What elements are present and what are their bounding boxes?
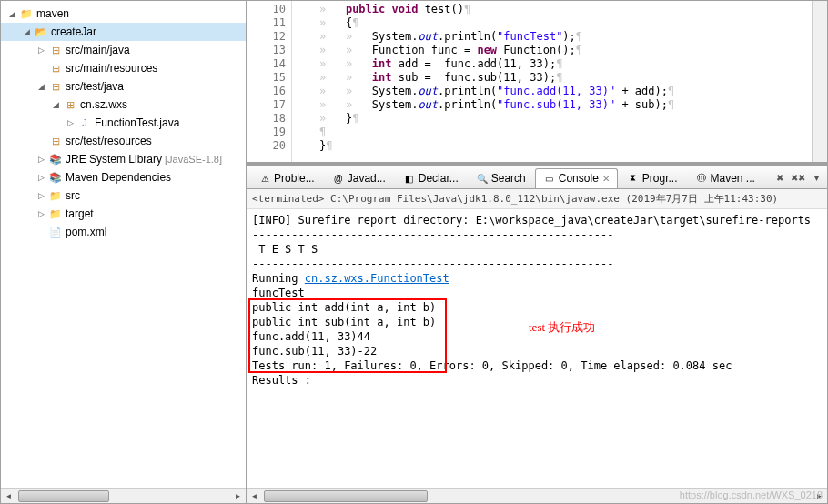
label: src/main/java [66,44,130,56]
expand-icon[interactable]: ◢ [50,99,61,110]
label: pom.xml [66,226,106,238]
expand-icon[interactable]: ◢ [6,8,17,19]
tree-src-test-res[interactable]: ⊞ src/test/resources [1,132,246,150]
close-icon[interactable]: ✕ [602,174,610,184]
xml-file-icon: 📄 [48,225,63,239]
label: Maven Dependencies [66,171,171,184]
label: src/test/resources [66,135,152,147]
tab-console[interactable]: ▭Console✕ [535,168,618,188]
expand-icon[interactable]: ▷ [35,190,46,201]
expand-icon[interactable]: ▷ [65,117,76,128]
label: src [66,189,80,202]
expand-icon[interactable]: ◢ [21,26,32,37]
label: cn.sz.wxs [80,98,127,111]
label: src/main/resources [66,62,157,75]
label: src/test/java [66,80,124,93]
tree-pom[interactable]: 📄 pom.xml [1,223,246,241]
workingset-icon: 📁 [19,6,34,21]
tree-target-folder[interactable]: ▷ 📁 target [1,205,246,223]
editor-vscroll[interactable] [812,1,827,162]
java-file-icon: J [77,116,92,130]
tab-progress[interactable]: ⧗Progr... [619,168,686,188]
tree-maven-deps[interactable]: ▷ 📚 Maven Dependencies [1,168,246,186]
tree-jre[interactable]: ▷ 📚 JRE System Library [JavaSE-1.8] [1,150,246,168]
maven-icon: ⓜ [695,172,708,185]
expand-icon[interactable]: ▷ [35,172,46,183]
label: JRE System Library [66,153,162,166]
sidebar-scrollbar[interactable]: ◄ ► [1,488,246,503]
javadoc-icon: @ [332,172,345,185]
blank [35,227,46,237]
problems-icon: ⚠ [258,172,271,185]
tab-maven[interactable]: ⓜMaven ... [687,168,763,188]
expand-icon[interactable]: ◢ [35,81,46,92]
blank [35,63,46,74]
tab-javadoc[interactable]: @Javad... [324,168,394,188]
tree-src-test-java[interactable]: ◢ ⊞ src/test/java [1,77,246,96]
remove-launch-icon[interactable]: ✖ [772,171,787,186]
source-folder-icon: ⊞ [48,61,63,76]
tab-problems[interactable]: ⚠Proble... [250,168,323,188]
annotation-box [248,298,447,373]
source-folder-icon: ⊞ [48,134,63,148]
tree-src-main-java[interactable]: ▷ ⊞ src/main/java [1,41,246,59]
tab-search[interactable]: 🔍Search [468,168,534,188]
expand-icon[interactable]: ▷ [35,45,46,55]
bottom-panel: ⚠Proble... @Javad... ◧Declar... 🔍Search … [247,165,827,503]
blank [35,136,46,146]
folder-icon: 📁 [48,207,63,221]
label: maven [36,7,69,20]
tree-java-file[interactable]: ▷ J FunctionTest.java [1,114,246,132]
tree-package[interactable]: ◢ ⊞ cn.sz.wxs [1,96,246,114]
declaration-icon: ◧ [403,172,416,185]
label: createJar [51,25,96,38]
scroll-right-icon[interactable]: ► [230,489,246,503]
source-folder-icon: ⊞ [48,79,63,94]
tree-root[interactable]: ◢ 📁 maven [1,5,246,23]
annotation-text: test 执行成功 [529,320,595,335]
source-folder-icon: ⊞ [48,43,63,57]
console-output[interactable]: [INFO] Surefire report directory: E:\wor… [247,209,827,488]
tree-project[interactable]: ◢ 📂 createJar [1,23,246,41]
chevron-down-icon[interactable]: ▾ [809,171,823,186]
code-editor[interactable]: 1011121314151617181920 » public void tes… [247,1,827,165]
library-icon: 📚 [48,152,63,166]
remove-all-icon[interactable]: ✖✖ [791,171,805,186]
scroll-left-icon[interactable]: ◄ [247,489,262,503]
search-icon: 🔍 [476,172,489,185]
project-explorer: ◢ 📁 maven ◢ 📂 createJar ▷ ⊞ src/main/jav… [1,1,247,503]
expand-icon[interactable]: ▷ [35,154,46,165]
package-icon: ⊞ [63,97,77,112]
suffix: [JavaSE-1.8] [165,154,222,165]
console-icon: ▭ [543,172,556,185]
label: FunctionTest.java [95,116,179,129]
code-area[interactable]: » public void test()¶» {¶» » System.out.… [292,1,812,162]
console-toolbar: ✖ ✖✖ ▾ [772,171,823,186]
console-header: <terminated> C:\Program Files\Java\jdk1.… [247,189,827,209]
watermark: https://blog.csdn.net/WXS_0218 [680,489,823,500]
line-numbers: 1011121314151617181920 [247,1,292,162]
tree[interactable]: ◢ 📁 maven ◢ 📂 createJar ▷ ⊞ src/main/jav… [1,1,246,488]
expand-icon[interactable]: ▷ [35,208,46,219]
label: target [66,207,94,220]
view-tabs: ⚠Proble... @Javad... ◧Declar... 🔍Search … [247,166,827,189]
tree-src-main-res[interactable]: ⊞ src/main/resources [1,59,246,77]
tab-declaration[interactable]: ◧Declar... [395,168,467,188]
scroll-left-icon[interactable]: ◄ [1,489,16,503]
folder-icon: 📁 [48,188,63,203]
tree-src-folder[interactable]: ▷ 📁 src [1,186,246,205]
library-icon: 📚 [48,170,63,185]
project-icon: 📂 [34,25,48,39]
progress-icon: ⧗ [627,172,640,185]
